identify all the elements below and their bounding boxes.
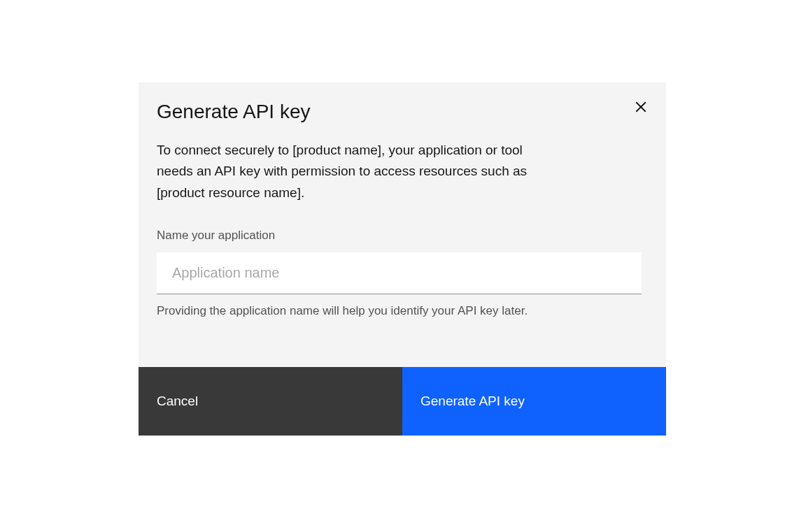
modal-body: Generate API key To connect securely to … — [139, 82, 666, 367]
close-button[interactable] — [630, 96, 652, 119]
helper-text: Providing the application name will help… — [157, 304, 648, 318]
modal-description: To connect securely to [product name], y… — [157, 140, 549, 203]
generate-button[interactable]: Generate API key — [402, 367, 666, 436]
field-label: Name your application — [157, 229, 648, 243]
cancel-button[interactable]: Cancel — [139, 367, 402, 436]
close-icon — [635, 101, 647, 115]
application-name-input[interactable] — [157, 252, 642, 294]
modal-button-row: Cancel Generate API key — [139, 367, 666, 436]
modal-title: Generate API key — [157, 101, 648, 123]
generate-api-key-modal: Generate API key To connect securely to … — [139, 82, 666, 436]
